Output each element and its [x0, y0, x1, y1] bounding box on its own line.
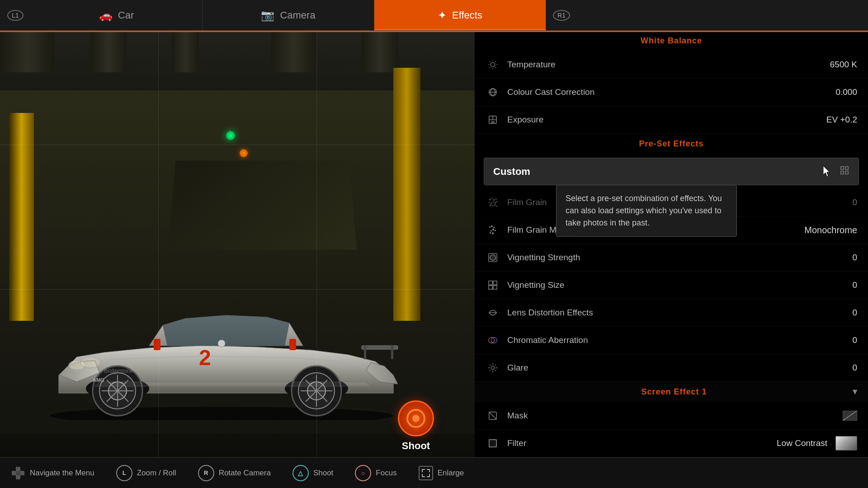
- tab-car-label: Car: [118, 9, 134, 21]
- effects-icon: ✦: [438, 9, 447, 22]
- svg-rect-114: [422, 474, 423, 477]
- svg-point-51: [493, 199, 495, 201]
- screen-effect-arrow[interactable]: ▼: [851, 387, 859, 397]
- svg-text:2: 2: [199, 346, 211, 370]
- svg-rect-75: [493, 286, 497, 289]
- svg-point-17: [218, 340, 225, 347]
- svg-rect-47: [841, 171, 844, 174]
- filter-row[interactable]: Filter Low Contrast: [475, 430, 868, 457]
- shoot-circle-button[interactable]: [398, 400, 434, 436]
- screen-effect-header: Screen Effect 1 ▼: [475, 382, 868, 402]
- nav-item-enlarge: Enlarge: [419, 466, 464, 480]
- tooltip-text: Select a pre-set combination of effects.…: [566, 194, 722, 227]
- vignetting-size-label: Vignetting Size: [507, 280, 821, 290]
- top-orange-accent-line: [0, 31, 868, 32]
- svg-line-83: [495, 370, 496, 371]
- exposure-value: EV +0.2: [821, 115, 857, 125]
- svg-rect-27: [391, 346, 393, 359]
- tab-effects[interactable]: ✦ Effects: [374, 0, 546, 30]
- cursor-arrow: [823, 166, 832, 178]
- svg-line-86: [490, 370, 491, 371]
- navigate-label: Navigate the Menu: [30, 469, 94, 478]
- nav-item-navigate: Navigate the Menu: [11, 466, 94, 480]
- film-grain-mode-value: Monochrome: [804, 225, 857, 235]
- svg-point-22: [80, 357, 100, 368]
- mask-label: Mask: [507, 411, 843, 421]
- svg-line-87: [495, 365, 496, 366]
- filter-value: Low Contrast: [777, 438, 827, 448]
- vignetting-strength-value: 0: [821, 253, 857, 263]
- svg-rect-74: [489, 286, 492, 289]
- r1-button[interactable]: R1: [546, 0, 577, 30]
- tab-camera[interactable]: 📷 Camera: [203, 0, 374, 30]
- preset-tooltip: Select a pre-set combination of effects.…: [556, 185, 737, 237]
- colour-cast-icon: [486, 85, 500, 99]
- l1-button[interactable]: L1: [0, 0, 31, 30]
- svg-point-58: [490, 205, 491, 206]
- l-badge: L: [116, 465, 132, 481]
- exposure-label: Exposure: [507, 115, 821, 125]
- chromatic-aberration-value: 0: [821, 335, 857, 345]
- svg-line-32: [495, 67, 496, 68]
- shoot-button-container[interactable]: Shoot: [398, 400, 434, 452]
- svg-rect-20: [289, 339, 296, 350]
- vignetting-size-icon: [486, 278, 500, 292]
- svg-rect-116: [429, 474, 430, 477]
- temperature-label: Temperature: [507, 60, 821, 70]
- svg-line-82: [490, 365, 491, 366]
- exposure-icon: [486, 113, 500, 127]
- svg-rect-107: [20, 471, 24, 475]
- vignetting-strength-icon: [486, 250, 500, 265]
- vignetting-strength-row[interactable]: Vignetting Strength 0: [475, 244, 868, 272]
- top-navigation: L1 🚗 Car 📷 Camera ✦ Effects R1: [0, 0, 868, 31]
- dpad-icon: [11, 466, 25, 480]
- shoot-label: Shoot: [402, 440, 430, 452]
- svg-point-57: [496, 201, 497, 202]
- glare-row[interactable]: Glare 0: [475, 354, 868, 382]
- mask-row[interactable]: Mask: [475, 402, 868, 430]
- svg-point-79: [491, 366, 494, 369]
- vignetting-strength-label: Vignetting Strength: [507, 253, 821, 263]
- vignetting-size-row[interactable]: Vignetting Size 0: [475, 272, 868, 299]
- svg-line-31: [490, 61, 490, 62]
- svg-point-59: [492, 205, 493, 206]
- lens-distortion-value: 0: [821, 308, 857, 318]
- svg-point-62: [490, 227, 491, 228]
- svg-rect-48: [845, 171, 848, 174]
- preset-dropdown-container: Custom Select a pre-set combination of e…: [475, 158, 868, 185]
- preset-current-value: Custom: [493, 166, 823, 178]
- svg-text:Bridgestone: Bridgestone: [104, 368, 133, 374]
- svg-point-68: [490, 233, 491, 234]
- svg-line-93: [489, 412, 497, 420]
- glare-value: 0: [821, 363, 857, 373]
- svg-line-35: [490, 67, 490, 68]
- svg-rect-71: [490, 255, 496, 261]
- chromatic-aberration-row[interactable]: Chromatic Aberration 0: [475, 327, 868, 354]
- game-viewport: 2 Bridgestone AMG: [0, 0, 475, 488]
- enlarge-svg-icon: [421, 469, 430, 478]
- chromatic-aberration-icon: [486, 333, 500, 347]
- enlarge-icon: [419, 466, 433, 480]
- filter-icon: [486, 436, 500, 450]
- preset-dropdown[interactable]: Custom: [484, 158, 859, 185]
- temperature-row[interactable]: Temperature 6500 K: [475, 51, 868, 79]
- svg-line-36: [495, 61, 496, 62]
- preset-grid-icon: [840, 165, 849, 178]
- lens-distortion-label: Lens Distortion Effects: [507, 308, 821, 318]
- exposure-row[interactable]: Exposure EV +0.2: [475, 106, 868, 134]
- svg-point-49: [489, 199, 491, 200]
- svg-point-28: [491, 62, 495, 66]
- chromatic-aberration-label: Chromatic Aberration: [507, 335, 821, 345]
- tab-car[interactable]: 🚗 Car: [31, 0, 203, 30]
- mask-slash-icon: [843, 411, 857, 421]
- lens-distortion-row[interactable]: Lens Distortion Effects 0: [475, 299, 868, 327]
- vignetting-size-value: 0: [821, 280, 857, 290]
- svg-rect-105: [16, 475, 20, 479]
- nav-item-rotate: R Rotate Camera: [198, 465, 271, 481]
- svg-point-63: [491, 225, 493, 227]
- colour-cast-row[interactable]: Colour Cast Correction 0.000: [475, 79, 868, 106]
- glare-label: Glare: [507, 363, 821, 373]
- svg-point-54: [491, 202, 492, 204]
- nav-item-shoot: △ Shoot: [292, 465, 333, 481]
- filter-value-container: Low Contrast: [777, 436, 857, 450]
